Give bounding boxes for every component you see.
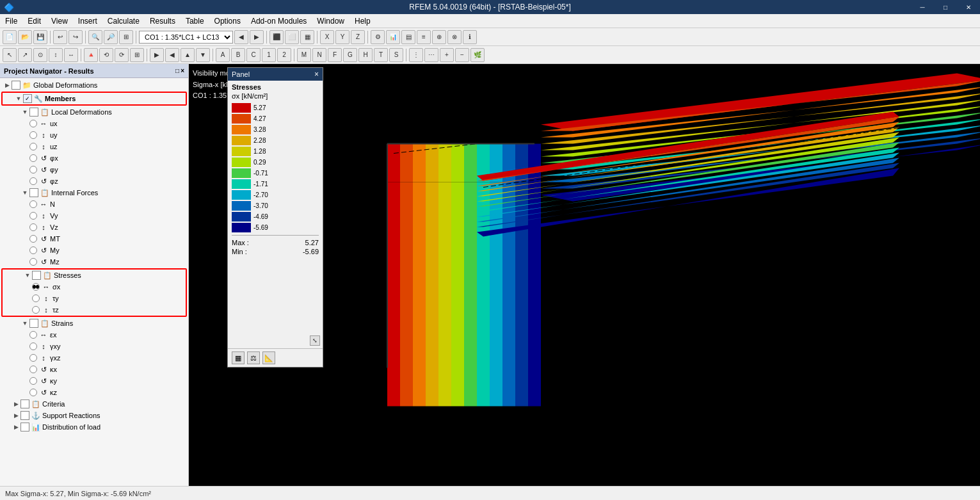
float-panel-header[interactable]: Panel × <box>228 68 323 81</box>
check-support[interactable] <box>20 411 29 420</box>
tb2-13[interactable]: ▼ <box>196 48 210 62</box>
tb-redo[interactable]: ↪ <box>68 30 83 44</box>
tree-item-kappa-z[interactable]: ↺ κz <box>0 387 188 398</box>
tb-zoom-all[interactable]: ⊞ <box>119 30 133 44</box>
tb2-3[interactable]: ⊙ <box>33 48 47 62</box>
tb-wire[interactable]: ⬜ <box>285 30 299 44</box>
tree-item-criteria[interactable]: ▶ 📋 Criteria <box>0 398 188 410</box>
radio-tau-z[interactable] <box>32 306 40 314</box>
tree-item-Vz[interactable]: ↕ Vz <box>0 222 188 233</box>
radio-phi-x[interactable] <box>29 154 37 162</box>
tb2-2[interactable]: ↗ <box>18 48 32 62</box>
tb2-28[interactable]: + <box>440 48 454 62</box>
tb2-18[interactable]: 2 <box>277 48 291 62</box>
radio-uy[interactable] <box>29 131 37 139</box>
tb2-7[interactable]: ⟲ <box>99 48 113 62</box>
tb-zoom-out[interactable]: 🔎 <box>104 30 118 44</box>
tb-more5[interactable]: ℹ <box>463 30 477 44</box>
tb2-22[interactable]: G <box>343 48 357 62</box>
tree-item-gamma-xy[interactable]: ↕ γxy <box>0 341 188 352</box>
menu-view[interactable]: View <box>46 14 73 28</box>
tree-item-uz[interactable]: ↕ uz <box>0 141 188 152</box>
radio-phi-z[interactable] <box>29 177 37 185</box>
menu-table[interactable]: Table <box>181 14 209 28</box>
tb-shade[interactable]: ▦ <box>300 30 314 44</box>
tb2-6[interactable]: 🔺 <box>84 48 98 62</box>
tree-item-kappa-x[interactable]: ↺ κx <box>0 364 188 375</box>
menu-results[interactable]: Results <box>145 14 181 28</box>
tree-item-Vy[interactable]: ↕ Vy <box>0 210 188 222</box>
tb-undo[interactable]: ↩ <box>53 30 67 44</box>
menu-edit[interactable]: Edit <box>22 14 46 28</box>
tree-item-phi-y[interactable]: ↺ φy <box>0 164 188 175</box>
radio-kappa-y[interactable] <box>29 377 37 385</box>
tree-item-N[interactable]: ↔ N <box>0 198 188 210</box>
tb2-26[interactable]: ⋮ <box>409 48 423 62</box>
load-combo[interactable]: CO1 : 1.35*LC1 + LC13 <box>139 31 233 44</box>
radio-Mz[interactable] <box>29 258 37 266</box>
window-controls[interactable]: ─ □ ✕ <box>911 0 980 14</box>
radio-epsilon-x[interactable] <box>29 331 37 339</box>
tree-item-MT[interactable]: ↺ MT <box>0 233 188 245</box>
tb2-30[interactable]: 🌿 <box>470 48 485 62</box>
tb-save[interactable]: 💾 <box>33 30 47 44</box>
radio-Vz[interactable] <box>29 223 37 231</box>
close-button[interactable]: ✕ <box>957 0 980 14</box>
radio-kappa-z[interactable] <box>29 389 37 396</box>
tree-item-support-reactions[interactable]: ▶ ⚓ Support Reactions <box>0 410 188 421</box>
radio-gamma-xy[interactable] <box>29 343 37 350</box>
tb2-14[interactable]: A <box>216 48 230 62</box>
tb-dx[interactable]: X <box>320 30 334 44</box>
radio-kappa-x[interactable] <box>29 366 37 373</box>
tb-more3[interactable]: ⊕ <box>432 30 446 44</box>
minimize-button[interactable]: ─ <box>911 0 934 14</box>
tb-more2[interactable]: ≡ <box>417 30 431 44</box>
tb2-25[interactable]: S <box>389 48 403 62</box>
check-internal[interactable] <box>29 188 38 197</box>
tree-item-epsilon-x[interactable]: ↔ εx <box>0 329 188 341</box>
tb-dy[interactable]: Y <box>335 30 349 44</box>
tb2-16[interactable]: C <box>246 48 261 62</box>
tb2-12[interactable]: ▲ <box>181 48 195 62</box>
radio-tau-y[interactable] <box>32 294 40 302</box>
tree-item-strains[interactable]: ▼ 📋 Strains <box>0 318 188 329</box>
tree-item-phi-x[interactable]: ↺ φx <box>0 152 188 164</box>
tree-item-members[interactable]: ▼ ✓ 🔧 Members <box>14 93 186 104</box>
tree-item-kappa-y[interactable]: ↺ κy <box>0 375 188 387</box>
radio-My[interactable] <box>29 246 37 254</box>
tree-item-tau-z[interactable]: ↕ τz <box>23 304 186 316</box>
panel-close-button[interactable]: × <box>181 67 184 74</box>
tree-item-My[interactable]: ↺ My <box>0 245 188 256</box>
tb2-9[interactable]: ⊞ <box>130 48 144 62</box>
tb2-15[interactable]: B <box>231 48 245 62</box>
panel-float-button[interactable]: □ <box>175 67 179 74</box>
tree-item-uy[interactable]: ↕ uy <box>0 129 188 141</box>
radio-phi-y[interactable] <box>29 166 37 173</box>
footer-icon-1[interactable]: ▦ <box>232 351 245 364</box>
tb-open[interactable]: 📂 <box>18 30 32 44</box>
tree-item-Mz[interactable]: ↺ Mz <box>0 256 188 268</box>
radio-uz[interactable] <box>29 143 37 150</box>
tree-item-dist-load[interactable]: ▶ 📊 Distribution of load <box>0 421 188 433</box>
menu-help[interactable]: Help <box>349 14 376 28</box>
check-criteria[interactable] <box>20 399 29 408</box>
tb2-27[interactable]: ⋯ <box>424 48 438 62</box>
footer-icon-2[interactable]: ⚖ <box>247 351 260 364</box>
tb-new[interactable]: 📄 <box>3 30 17 44</box>
tree-item-stresses[interactable]: ▼ 📋 Stresses <box>23 270 186 281</box>
radio-Vy[interactable] <box>29 212 37 220</box>
menu-calculate[interactable]: Calculate <box>102 14 145 28</box>
tb2-24[interactable]: T <box>374 48 388 62</box>
menu-window[interactable]: Window <box>312 14 349 28</box>
check-local-def[interactable] <box>29 108 38 117</box>
tb-zoom-in[interactable]: 🔍 <box>88 30 102 44</box>
check-global-def[interactable] <box>12 81 20 90</box>
tb2-17[interactable]: 1 <box>262 48 276 62</box>
tb-next[interactable]: ▶ <box>250 30 264 44</box>
tb-render[interactable]: ⬛ <box>269 30 284 44</box>
tb2-8[interactable]: ⟳ <box>115 48 129 62</box>
tb2-29[interactable]: − <box>455 48 469 62</box>
tree-item-internal-forces[interactable]: ▼ 📋 Internal Forces <box>0 187 188 198</box>
menu-insert[interactable]: Insert <box>73 14 102 28</box>
tree-item-local-def[interactable]: ▼ 📋 Local Deformations <box>0 106 188 118</box>
